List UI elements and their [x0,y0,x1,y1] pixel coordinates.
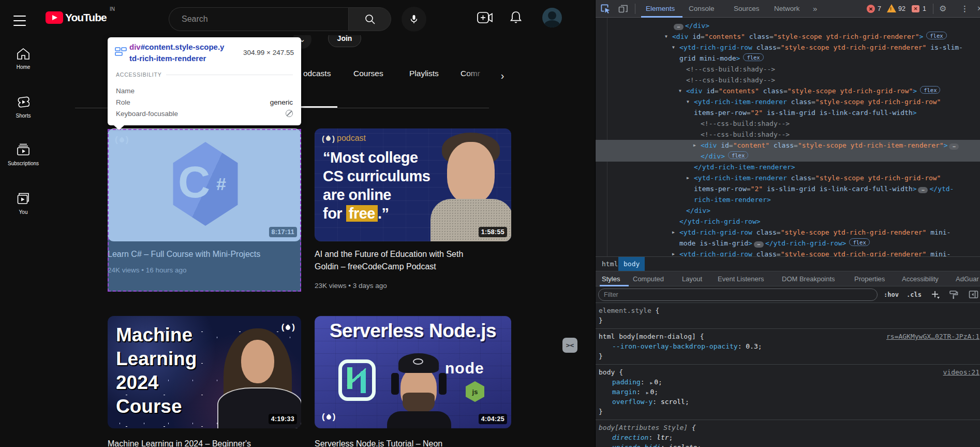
css-property[interactable]: overflow-y: scroll; [596,397,980,407]
error-count[interactable]: 7 [878,0,881,18]
search-button[interactable] [348,7,391,31]
chips-scroll-right-icon[interactable]: › [494,67,511,84]
dom-tree-row[interactable]: <!--css-build:shady--> [596,75,980,85]
css-property[interactable]: padding: ▶0; [596,377,980,387]
issues-icon[interactable]: ✕ [912,5,919,12]
device-toolbar-icon[interactable] [618,4,628,13]
dom-tree-row[interactable]: </div> [596,205,980,216]
collapsed-arrow-icon[interactable]: ▶ [693,140,696,151]
mic-button[interactable] [402,7,426,32]
dom-tree-row[interactable]: </div>flex [596,151,980,162]
dom-tree-row[interactable]: </ytd-rich-item-renderer> [596,162,980,172]
dom-tree-row[interactable]: </ytd-rich-grid-row> [596,216,980,227]
expanded-arrow-icon[interactable]: ▼ [665,31,667,42]
flex-badge[interactable]: flex [849,238,869,246]
channel-tab-podcasts[interactable]: odcasts [303,69,331,78]
dom-tree-row[interactable]: …</div> [596,20,980,31]
channel-tab-courses[interactable]: Courses [353,69,383,78]
collapsed-content-icon[interactable]: … [918,187,928,193]
toggle-sidebar-icon[interactable] [969,290,978,299]
expanded-arrow-icon[interactable]: ▼ [672,42,675,53]
dom-tree-row[interactable]: grid mini-mode>flex [596,53,980,64]
tab-console[interactable]: Console [689,0,715,18]
rule-source-link[interactable]: rs=AGKMywGX…02TR-JPzA:1 [886,331,979,341]
sidebar-item-shorts[interactable]: Shorts [0,95,47,119]
rule-selector[interactable]: element.style [599,307,651,314]
expanded-arrow-icon[interactable]: ▼ [687,96,689,107]
video-thumbnail-csharp[interactable]: () C # 8:17:11 [108,128,301,241]
tab-accessibility[interactable]: Accessibility [902,271,939,287]
collapsed-arrow-icon[interactable]: ▶ [672,227,675,238]
sidebar-item-you[interactable]: You [0,192,47,215]
tab-adguard[interactable]: AdGuar [956,271,979,287]
settings-gear-icon[interactable]: ⚙ [939,0,946,18]
css-property[interactable]: unicode-bidi: isolate; [596,442,980,447]
tab-event-listeners[interactable]: Event Listeners [718,271,764,287]
notifications-icon[interactable] [509,10,523,25]
error-icon[interactable]: ✕ [867,5,875,13]
sidebar-item-home[interactable]: Home [0,48,47,70]
more-tabs-icon[interactable]: » [813,0,817,18]
dom-tree-row[interactable]: ▶<ytd-rich-item-renderer class="style-sc… [596,172,980,183]
collapsed-content-icon[interactable]: … [949,143,959,150]
video-thumbnail-podcast[interactable]: () podcast “Most college CS curriculums … [315,128,511,241]
resize-handle-badge[interactable]: >< [562,338,577,353]
video-thumbnail-ml[interactable]: Machine Learning 2024 Course () 4:19:33 [108,316,301,428]
video-thumbnail-node[interactable]: Serverless Node.js node js () 4:04:25 [315,316,511,428]
class-toggle[interactable]: .cls [907,286,922,303]
rule-selector[interactable]: body [599,368,615,376]
paint-format-icon[interactable] [949,290,958,299]
collapsed-content-icon[interactable]: … [674,24,684,30]
css-property[interactable]: --iron-overlay-backdrop-opacity: 0.3; [596,341,980,351]
rule-selector[interactable]: html body[modern-dialog] [599,333,696,340]
dom-tree-row[interactable]: rich-item-renderer> [596,194,980,205]
tab-dom-breakpoints[interactable]: DOM Breakpoints [782,271,835,287]
video-title[interactable]: Serverless Node.js Tutorial – Neon [315,438,511,447]
video-title[interactable]: Machine Learning in 2024 – Beginner's [108,438,301,447]
inspect-element-icon[interactable] [600,4,611,14]
tab-layout[interactable]: Layout [682,271,702,287]
expanded-arrow-icon[interactable]: ▼ [679,85,681,96]
warning-icon[interactable]: ! [887,4,896,12]
dom-tree-row[interactable]: ▼<ytd-rich-grid-row class="style-scope y… [596,42,980,53]
video-title[interactable]: Learn C# – Full Course with Mini-Project… [108,248,301,261]
styles-filter-input[interactable] [598,289,878,301]
dom-tree-row[interactable]: items-per-row="2" is-slim-grid is-link-c… [596,183,980,194]
collapsed-arrow-icon[interactable]: ▶ [672,249,675,256]
dom-tree-row[interactable]: ▶<ytd-rich-grid-row class="style-scope y… [596,249,980,256]
dom-tree-row[interactable]: ▶<ytd-rich-grid-row class="style-scope y… [596,227,980,238]
dom-tree-row[interactable]: items-per-row="2" is-slim-grid is-link-c… [596,107,980,118]
dom-tree-row[interactable]: <!--css-build:shady--> [596,64,980,75]
flex-badge[interactable]: flex [728,151,748,159]
collapsed-arrow-icon[interactable]: ▶ [687,172,689,183]
css-property[interactable]: direction: ltr; [596,432,980,442]
dom-tree-row[interactable]: ▼<ytd-rich-item-renderer class="style-sc… [596,96,980,107]
sidebar-item-subscriptions[interactable]: Subscriptions [0,143,47,166]
dom-tree-row[interactable]: mode is-slim-grid>…</ytd-rich-grid-row>f… [596,238,980,249]
youtube-logo[interactable]: YouTube [46,10,107,25]
tab-properties[interactable]: Properties [854,271,885,287]
search-input[interactable] [181,14,336,24]
hover-state-toggle[interactable]: :hov [884,286,899,303]
new-style-rule-icon[interactable] [931,290,940,299]
breadcrumb-body[interactable]: body [618,257,645,271]
dom-tree-row[interactable]: ▶<div id="content" class="style-scope yt… [596,140,980,151]
menu-icon[interactable] [13,12,26,23]
rule-selector[interactable]: body[Attributes Style] [599,424,688,431]
create-icon[interactable] [477,11,493,24]
tab-elements[interactable]: Elements [646,0,675,18]
channel-tab-playlists[interactable]: Playlists [409,69,439,78]
dom-tree-row[interactable]: <!--css-build:shady--> [596,129,980,140]
tab-sources[interactable]: Sources [734,0,760,18]
dom-tree-row[interactable]: ▼<div id="contents" class="style-scope y… [596,85,980,96]
dom-tree-row[interactable]: ▼<div id="contents" class="style-scope y… [596,31,980,42]
tab-network[interactable]: Network [774,0,800,18]
search-box[interactable] [169,7,348,31]
css-property[interactable]: margin: ▶0; [596,387,980,397]
flex-badge[interactable]: flex [926,32,946,39]
kebab-menu-icon[interactable]: ⋮ [961,0,969,18]
collapsed-content-icon[interactable]: … [754,241,764,248]
dom-tree-row[interactable]: <!--css-build:shady--> [596,118,980,129]
flex-badge[interactable]: flex [920,86,940,94]
flex-badge[interactable]: flex [743,53,763,61]
